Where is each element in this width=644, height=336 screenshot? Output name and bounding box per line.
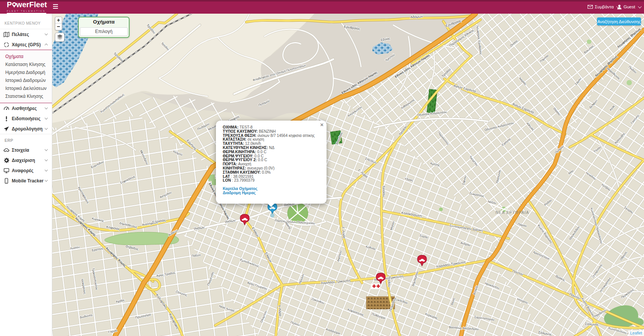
sidebar-item-maps-gps[interactable]: Χάρτες (GPS) [0, 39, 52, 50]
sidebar-item-label: Διαχείριση [12, 158, 35, 163]
popup-row-value: ΒΕΝΖΙΝΗ [259, 129, 276, 133]
popup-row-label: ΚΑΤΕΥΘΥΝΣΗ ΚΙΝΗΣΗΣ: [223, 146, 268, 150]
sidebar-item-label: Χάρτες (GPS) [12, 42, 41, 47]
close-icon[interactable]: × [320, 122, 324, 127]
sidebar-subitem-label: Στατιστικά Κίνησης [5, 94, 43, 99]
alert-icon [3, 116, 9, 122]
popup-row-value: Ανοιχτή [238, 162, 252, 166]
sidebar-item-customers[interactable]: Πελάτες [0, 29, 52, 39]
vehicle-popup: × ΟΧΗΜΑ: TEST-8 ΤΥΠΟΣ ΚΑΥΣΙΜΟΥ: ΒΕΝΖΙΝΗ … [216, 121, 327, 204]
popup-row-value: ανενεργο (0.0V) [247, 166, 274, 170]
popup-row-value: 12.0km/h [245, 141, 261, 146]
sidebar-item-mobile-tracker[interactable]: Mobile Tracker [0, 176, 52, 186]
sidebar-subitem-label: Ημερήσια Διαδρομή [5, 70, 45, 75]
user-icon [617, 5, 622, 9]
chevron-down-icon [45, 168, 48, 171]
popup-row-label: LAT [223, 174, 230, 179]
map-area: ΑδάμωνΕρυθραίαςΕρυθραίαςΛεωφόρος Ερυθραί… [52, 14, 644, 336]
sidebar-subitem-label: Ιστορικό Διελεύσεων [5, 86, 47, 91]
sidebar-subitem-passage-history[interactable]: Ιστορικό Διελεύσεων [0, 84, 52, 92]
sidebar-section-main: ΚΕΝΤΡΙΚΟ ΜΕΝΟΥ [0, 14, 52, 29]
zoom-in-button[interactable]: + [55, 17, 62, 24]
popup-row-value: 0.0 C [257, 150, 266, 154]
sidebar-section-erp: ERP [0, 134, 52, 145]
sidebar-item-label: Ειδοποιήσεις [12, 116, 41, 121]
envelope-icon [588, 5, 593, 9]
day-route-link[interactable]: Διαδρομη Ημερας [223, 191, 320, 195]
layers-control[interactable] [55, 33, 64, 42]
zoom-out-button[interactable]: − [55, 24, 62, 30]
popup-row-value: 0.0% [262, 170, 270, 174]
car-icon [3, 147, 9, 153]
sidebar-item-label: Πελάτες [12, 32, 29, 37]
chevron-up-icon [45, 44, 48, 47]
sidebar-subitem-traffic-status[interactable]: Κατάσταση Κίνησης [0, 60, 52, 68]
sidebar-item-label: Αναφορές [12, 168, 33, 173]
events-menu[interactable]: Συμβάντα [588, 0, 619, 14]
powerfleet-app: PwerFleet FLEET TELEMATICS Συμβάντα Gues… [0, 0, 644, 336]
sidebar-item-label: Στοιχεία [12, 148, 29, 153]
popup-row-value: 0.0 C [258, 158, 267, 162]
user-label: Guest [624, 5, 635, 9]
chevron-down-icon [45, 106, 48, 109]
popup-row-label: LON [223, 178, 231, 182]
popup-row-label: ΤΥΠΟΣ ΚΑΥΣΙΜΟΥ: [223, 129, 258, 133]
popup-row-value: ΝΔ [269, 146, 274, 150]
gear-icon [3, 157, 9, 163]
vehicles-panel-title: Οχήματα [79, 19, 129, 25]
popup-row-label: ΘΕΡΜ.ΚΙΝΗΤΗΡΑ: [223, 150, 256, 154]
chevron-down-icon [45, 179, 48, 182]
sidebar-subitem-label: Ιστορικό Διαδρομών [5, 78, 46, 83]
vehicle-card-link[interactable]: Καρτέλα Οχήματος [223, 187, 320, 191]
sidebar-item-administration[interactable]: Διαχείριση [0, 155, 52, 165]
address-search-button[interactable]: Αναζήτηση Διεύθυνσης [597, 17, 641, 25]
sidebar-submenu: Οχήματα Κατάσταση Κίνησης Ημερήσια Διαδρ… [0, 50, 52, 103]
sidebar-subitem-traffic-statistics[interactable]: Στατιστικά Κίνησης [0, 92, 52, 100]
sidebar-item-routing[interactable]: Δρομολόγηση [0, 124, 52, 134]
sidebar-item-sensors[interactable]: Αισθητήρες [0, 103, 52, 113]
events-label: Συμβάντα [595, 5, 614, 9]
sidebar-item-notifications[interactable]: Ειδοποιήσεις [0, 113, 52, 124]
popup-row-value: ιλισιων 8/7 14564 κηφισια αττικης [258, 133, 315, 138]
chevron-down-icon [638, 5, 642, 8]
popup-row-value: : 23.7990379 [232, 178, 254, 182]
sidebar-subitem-route-history[interactable]: Ιστορικό Διαδρομών [0, 76, 52, 84]
user-menu[interactable]: Guest [617, 0, 641, 14]
sidebar-subitem-daily-route[interactable]: Ημερήσια Διαδρομή [0, 68, 52, 76]
map-attribution: Leaflet [628, 330, 644, 336]
leaflet-link[interactable]: Leaflet [630, 331, 642, 335]
sidebar-item-label: Mobile Tracker [12, 178, 44, 184]
popup-row-label: ΘΕΡΜ.ΨΥΓΕΙΟΥ 2: [223, 158, 257, 162]
gauge-icon [3, 105, 9, 111]
chevron-down-icon [45, 116, 48, 119]
phone-icon [3, 178, 9, 184]
popup-row-label: ΤΡΕΧΟΥΣΑ ΘΕΣΗ: [223, 133, 256, 138]
popup-row-label: ΚΑΤΑΣΤΑΣΗ: [223, 137, 247, 141]
popup-row-value: 0.0 C [255, 154, 264, 158]
popup-row: LON : 23.7990379 [223, 179, 320, 183]
sidebar-subitem-vehicles[interactable]: Οχήματα [0, 52, 52, 60]
vehicle-select-button[interactable]: Επιλογή [80, 27, 128, 36]
vehicles-panel: Οχήματα Επιλογή [78, 17, 130, 38]
chevron-down-icon [45, 32, 48, 35]
hospital-marker [370, 283, 380, 289]
route-icon [3, 126, 9, 132]
chevron-down-icon [45, 158, 48, 161]
popup-row-value: : 38.0921591 [231, 174, 253, 179]
chevron-down-icon [45, 148, 48, 151]
popup-row-label: ΤΑΧΥΤΗΤΑ: [223, 141, 244, 146]
popup-row-label: ΣΤΑΘΜΗ ΚΑΥΣΙΜΟΥ: [223, 170, 261, 174]
sidebar-item-reports[interactable]: Αναφορές [0, 165, 52, 176]
sidebar-subitem-label: Οχήματα [5, 54, 23, 59]
map-icon [3, 31, 9, 38]
place-label-nea-erythraia: ΝΕΑ ΕΡΥΘΡΑΙΑ [496, 210, 529, 215]
svg-text:Τατοΐου: Τατοΐου [381, 185, 386, 197]
layers-icon [56, 34, 63, 40]
sidebar-item-records[interactable]: Στοιχεία [0, 145, 52, 155]
sidebar-item-label: Δρομολόγηση [12, 126, 42, 132]
popup-row-value: TEST-8 [239, 125, 253, 129]
report-icon [3, 168, 9, 174]
map-canvas[interactable]: ΑδάμωνΕρυθραίαςΕρυθραίαςΛεωφόρος Ερυθραί… [52, 14, 644, 336]
sidebar-item-label: Αισθητήρες [12, 106, 37, 111]
popup-row-label: ΠΟΡΤΑ: [223, 162, 237, 166]
